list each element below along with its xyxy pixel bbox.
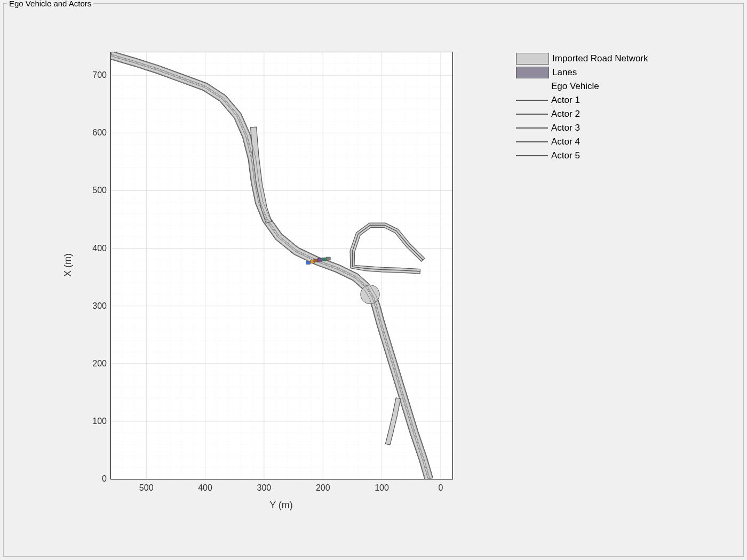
x-tick-label: 0 bbox=[427, 483, 454, 493]
legend-label: Actor 4 bbox=[551, 137, 580, 147]
legend-label: Imported Road Network bbox=[552, 53, 648, 64]
x-tick-label: 100 bbox=[369, 483, 395, 493]
actor-marker bbox=[306, 261, 311, 265]
plot-axes[interactable]: 0100200300400500600700 5004003002001000 bbox=[110, 52, 453, 479]
actor-marker bbox=[322, 258, 326, 261]
y-tick-label: 200 bbox=[80, 359, 107, 369]
road-network bbox=[111, 52, 433, 479]
y-tick-label: 600 bbox=[80, 128, 107, 138]
legend-swatch-icon bbox=[516, 53, 549, 65]
plot-svg bbox=[111, 52, 452, 479]
legend-line-icon bbox=[516, 127, 548, 129]
y-tick-label: 300 bbox=[80, 301, 107, 311]
legend-item: Actor 4 bbox=[516, 135, 648, 149]
legend-label: Actor 5 bbox=[551, 150, 580, 161]
legend-empty-icon bbox=[516, 81, 548, 92]
y-tick-label: 0 bbox=[80, 474, 107, 484]
axis-label-y: X (m) bbox=[62, 253, 74, 277]
x-tick-label: 400 bbox=[192, 483, 219, 493]
legend-item: Actor 5 bbox=[516, 149, 648, 163]
legend-item: Imported Road Network bbox=[516, 52, 648, 66]
panel-ego-vehicle-actors: Ego Vehicle and Actors 01002003004005006… bbox=[3, 3, 744, 557]
legend-label: Actor 3 bbox=[551, 123, 580, 133]
legend-label: Actor 1 bbox=[551, 95, 580, 106]
panel-title: Ego Vehicle and Actors bbox=[7, 0, 93, 8]
actor-marker bbox=[314, 259, 318, 262]
grid-major bbox=[111, 52, 452, 479]
legend-line-icon bbox=[516, 155, 548, 156]
legend-item: Actor 2 bbox=[516, 107, 648, 121]
legend-item: Ego Vehicle bbox=[516, 79, 648, 93]
y-tick-label: 100 bbox=[80, 417, 107, 426]
actor-marker bbox=[326, 257, 330, 260]
x-tick-label: 200 bbox=[309, 483, 336, 493]
legend-swatch-icon bbox=[516, 67, 549, 78]
legend: Imported Road NetworkLanesEgo VehicleAct… bbox=[516, 52, 648, 163]
legend-item: Actor 1 bbox=[516, 93, 648, 107]
legend-label: Lanes bbox=[552, 67, 577, 78]
actor-marker bbox=[318, 258, 322, 261]
lane-markings bbox=[111, 52, 432, 479]
legend-line-icon bbox=[516, 141, 548, 142]
legend-label: Actor 2 bbox=[551, 109, 580, 119]
legend-item: Actor 3 bbox=[516, 121, 648, 135]
svg-marker-82 bbox=[111, 52, 433, 479]
legend-item: Lanes bbox=[516, 66, 648, 79]
y-tick-label: 500 bbox=[80, 186, 107, 195]
legend-label: Ego Vehicle bbox=[551, 81, 599, 92]
legend-line-icon bbox=[516, 114, 548, 115]
legend-line-icon bbox=[516, 100, 548, 101]
x-tick-label: 300 bbox=[251, 483, 277, 493]
grid-minor bbox=[111, 52, 452, 479]
y-tick-label: 700 bbox=[80, 70, 107, 80]
axis-label-x: Y (m) bbox=[269, 500, 293, 511]
y-tick-label: 400 bbox=[80, 244, 107, 253]
x-tick-label: 500 bbox=[133, 483, 160, 493]
